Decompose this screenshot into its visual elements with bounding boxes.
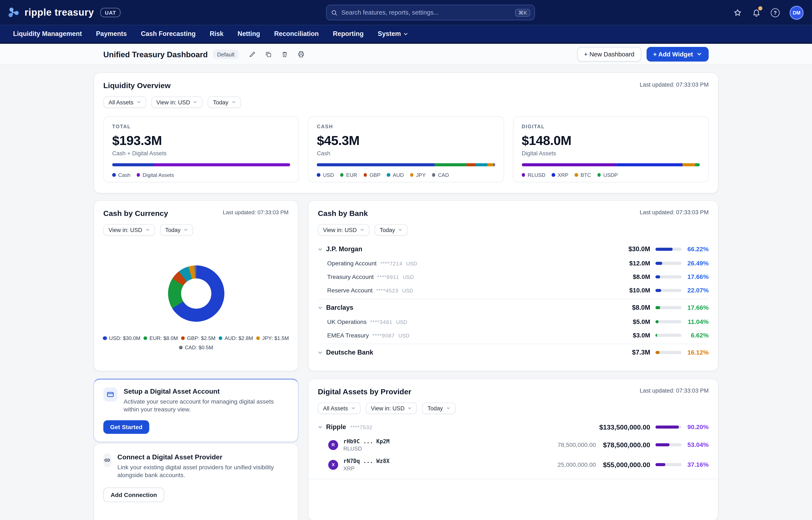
bank-list: J.P. Morgan $30.0M 66.22% Operating Acco… [318, 242, 709, 360]
divider [318, 298, 709, 299]
nav-liquidity-management[interactable]: Liquidity Management [13, 30, 82, 37]
nav-reconciliation[interactable]: Reconciliation [274, 30, 319, 37]
bank-amount: $30.0M [588, 245, 650, 253]
add-widget-button[interactable]: + Add Widget [646, 47, 709, 61]
default-badge: Default [213, 49, 239, 59]
filter-today[interactable]: Today [160, 224, 193, 236]
bank-row[interactable]: Deutsche Bank $7.3M 16.12% [318, 345, 709, 360]
account-masked: ****9087 [373, 333, 395, 338]
rlusd-coin-icon: R [328, 440, 338, 450]
divider [308, 478, 718, 479]
metric-digital: DIGITAL $148.0M Digital Assets RLUSDXRPB… [513, 116, 709, 182]
provider-row[interactable]: Ripple ****7532 $133,500,000.00 90.20% [318, 419, 709, 435]
metric-legend: CashDigital Assets [112, 172, 290, 178]
bank-name: J.P. Morgan [326, 245, 362, 253]
asset-percent: 37.16% [682, 461, 709, 468]
divider [318, 343, 709, 344]
account-amount: $8.0M [588, 273, 650, 281]
chevron-down-icon [351, 406, 355, 410]
nav-risk[interactable]: Risk [210, 30, 223, 37]
account-currency: USD [398, 333, 410, 338]
filter-today[interactable]: Today [374, 224, 408, 236]
chevron-down-icon [408, 406, 412, 410]
account-masked: ****4523 [376, 288, 398, 293]
filter-today[interactable]: Today [422, 402, 455, 414]
edit-pencil-icon[interactable] [249, 51, 256, 58]
duplicate-copy-icon[interactable] [265, 51, 272, 58]
chevron-down-icon [318, 305, 322, 310]
filter-view-in-usd[interactable]: View in: USD [103, 224, 155, 236]
metric-total: TOTAL $193.3M Cash + Digital Assets Cash… [103, 116, 299, 182]
search-placeholder: Search features, reports, settings... [341, 9, 515, 16]
avatar[interactable]: DM [790, 5, 804, 20]
metric-legend: RLUSDXRPBTCUSDP [522, 172, 700, 178]
digital-assets-by-provider-card: Digital Assets by Provider Last updated:… [308, 379, 718, 520]
asset-token: XRP [343, 465, 390, 471]
legend-item: BTC [574, 172, 591, 178]
bank-name: Deutsche Bank [326, 349, 373, 356]
setup-digital-asset-card: Setup a Digital Asset Account Activate y… [94, 379, 299, 442]
delete-trash-icon[interactable] [281, 51, 288, 58]
nav-system[interactable]: System [378, 30, 408, 37]
asset-row: R rHb9C ... Kp2M RLUSD 78,500,000.00 $78… [318, 435, 709, 455]
nav-cash-forecasting[interactable]: Cash Forecasting [141, 30, 196, 37]
connect-provider-card: Connect a Digital Asset Provider Link yo… [94, 443, 299, 520]
top-bar: ripple treasury UAT Search features, rep… [0, 0, 812, 25]
setup-description: Activate your secure account for managin… [124, 398, 280, 414]
cash-by-currency-title: Cash by Currency [103, 209, 168, 217]
filter-all-assets[interactable]: All Assets [318, 402, 361, 414]
chevron-down-icon [446, 406, 450, 410]
provider-percent: 90.20% [682, 423, 709, 431]
liquidity-overview-card: Liquidity Overview Last updated: 07:33:0… [94, 72, 718, 193]
account-progress-bar [656, 275, 682, 279]
link-icon [103, 453, 111, 467]
filter-view-in-usd[interactable]: View in: USD [318, 224, 369, 236]
bank-percent: 17.66% [682, 304, 709, 311]
metric-legend: USDEURGBPAUDJPYCAD [317, 172, 495, 178]
favorite-star-icon[interactable] [733, 8, 742, 17]
search-input[interactable]: Search features, reports, settings... ⌘K [326, 5, 535, 20]
metric-sublabel: Cash + Digital Assets [112, 150, 290, 156]
bank-progress-bar [656, 248, 682, 251]
nav-reporting[interactable]: Reporting [333, 30, 364, 37]
bank-name: Barclays [326, 304, 353, 311]
cash-by-bank-title: Cash by Bank [318, 209, 368, 217]
nav-netting[interactable]: Netting [238, 30, 260, 37]
account-percent: 26.49% [682, 260, 709, 267]
add-connection-button[interactable]: Add Connection [103, 487, 164, 502]
connect-title: Connect a Digital Asset Provider [117, 453, 295, 461]
nav-payments[interactable]: Payments [96, 30, 127, 37]
account-currency: USD [402, 288, 413, 293]
account-percent: 6.62% [682, 332, 709, 339]
metric-value: $45.3M [317, 133, 495, 148]
notifications-bell-icon[interactable] [752, 8, 761, 17]
main-nav: Liquidity Management Payments Cash Forec… [0, 25, 812, 44]
setup-title: Setup a Digital Asset Account [124, 388, 280, 395]
legend-item: JPY: $1.5M [256, 335, 289, 341]
chevron-down-icon [403, 31, 408, 36]
filter-view-in-usd[interactable]: View in: USD [151, 96, 202, 108]
brand: ripple treasury UAT [0, 6, 121, 19]
account-name: Treasury Account [327, 274, 374, 280]
brand-name: ripple treasury [25, 7, 94, 18]
account-progress-bar [656, 334, 682, 337]
filter-today[interactable]: Today [208, 96, 241, 108]
bank-row[interactable]: J.P. Morgan $30.0M 66.22% [318, 242, 709, 257]
get-started-button[interactable]: Get Started [103, 420, 149, 434]
new-dashboard-button[interactable]: + New Dashboard [577, 47, 641, 61]
bank-row[interactable]: Barclays $8.0M 17.66% [318, 300, 709, 315]
bank-amount: $8.0M [588, 304, 650, 311]
print-icon[interactable] [297, 51, 305, 58]
filter-view-in-usd[interactable]: View in: USD [366, 402, 417, 414]
metric-value: $193.3M [112, 133, 290, 148]
legend-item: Cash [112, 172, 130, 178]
provider-amount: $133,500,000.00 [572, 423, 650, 431]
asset-progress-bar [656, 463, 682, 466]
chevron-down-icon [318, 350, 322, 355]
account-amount: $10.0M [588, 287, 650, 294]
account-name: Operating Account [327, 260, 377, 266]
help-icon[interactable]: ? [771, 8, 780, 17]
asset-native-amount: 25,000,000.00 [526, 462, 596, 468]
filter-all-assets[interactable]: All Assets [103, 96, 146, 108]
provider-progress-bar [656, 425, 682, 429]
